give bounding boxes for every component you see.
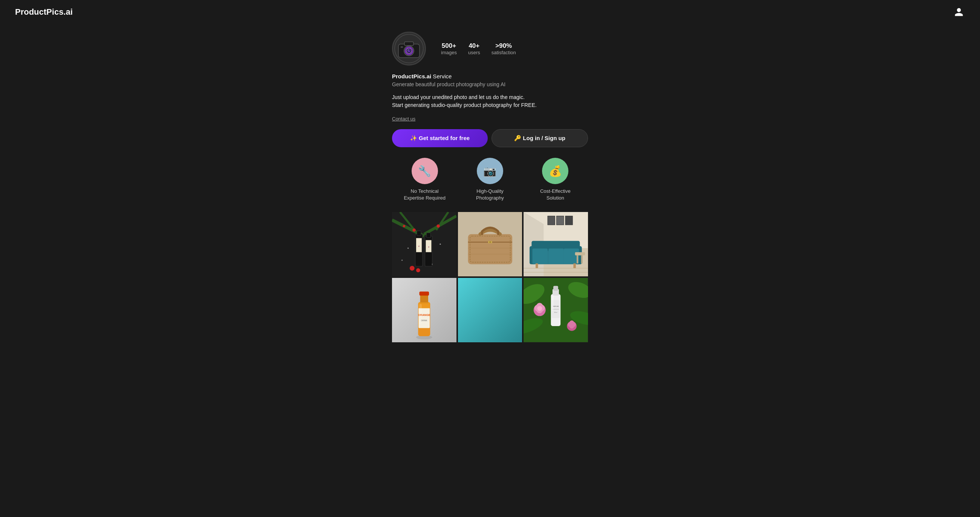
svg-rect-71 — [420, 304, 422, 324]
profile-type: Service — [431, 73, 452, 79]
app-header: ProductPics.ai — [0, 0, 980, 24]
header-logo: ProductPics.ai — [15, 7, 73, 17]
svg-point-28 — [432, 264, 433, 265]
profile-name: ProductPics.ai — [392, 73, 431, 79]
login-signup-button[interactable]: 🔑 Log in / Sign up — [492, 129, 588, 147]
svg-point-15 — [412, 228, 416, 232]
gallery-item-drink[interactable]: ORANGE DRINK — [392, 278, 457, 342]
profile-description: Generate beautiful product photography u… — [392, 81, 588, 87]
svg-text:🍷: 🍷 — [418, 245, 420, 248]
feature-no-expertise: 🔧 No Technical Expertise Required — [402, 158, 447, 201]
svg-point-16 — [436, 224, 440, 228]
svg-rect-44 — [557, 216, 564, 225]
profile-info: ProductPics.ai Service Generate beautifu… — [392, 73, 588, 87]
main-content: 500+ images 40+ users >90% satisfaction … — [385, 24, 595, 357]
svg-point-84 — [538, 306, 542, 311]
no-expertise-label: No Technical Expertise Required — [402, 188, 447, 201]
contact-link[interactable]: Contact us — [392, 116, 415, 122]
svg-rect-45 — [565, 216, 573, 225]
gallery-item-sofa[interactable] — [523, 212, 588, 276]
gallery-item-bag[interactable] — [458, 212, 522, 276]
feature-high-quality: 📷 High-Quality Photography — [468, 158, 512, 201]
svg-point-89 — [570, 324, 574, 329]
svg-rect-66 — [420, 292, 429, 296]
svg-point-30 — [410, 266, 415, 271]
stat-users: 40+ users — [468, 42, 480, 56]
svg-text:🍷: 🍷 — [428, 246, 430, 249]
svg-rect-51 — [549, 249, 564, 264]
feature-cost-effective: 💰 Cost-Effective Solution — [533, 158, 578, 201]
svg-rect-97 — [552, 295, 554, 311]
svg-rect-58 — [575, 252, 585, 256]
svg-rect-53 — [536, 263, 538, 268]
svg-point-8 — [408, 50, 409, 51]
bio-line-2: Start generating studio-quality product … — [392, 102, 537, 108]
svg-point-26 — [407, 248, 409, 249]
svg-rect-33 — [468, 234, 512, 264]
svg-rect-50 — [533, 249, 548, 264]
svg-text:DRINK: DRINK — [421, 319, 428, 322]
get-started-button[interactable]: ✨ Get started for free — [392, 129, 488, 147]
stat-satisfaction: >90% satisfaction — [492, 42, 516, 56]
svg-point-27 — [439, 244, 441, 245]
high-quality-label: High-Quality Photography — [468, 188, 512, 201]
svg-rect-54 — [574, 263, 576, 268]
svg-rect-73 — [458, 278, 522, 342]
svg-point-31 — [416, 268, 420, 273]
stats-container: 500+ images 40+ users >90% satisfaction — [441, 42, 516, 56]
profile-header: 500+ images 40+ users >90% satisfaction — [392, 32, 588, 65]
header-user-icon[interactable] — [953, 6, 965, 18]
svg-rect-2 — [404, 42, 414, 46]
gallery-item-bottles[interactable]: 🍷 🍷 — [392, 212, 457, 276]
svg-point-39 — [489, 241, 491, 243]
svg-rect-9 — [401, 46, 403, 48]
gallery-item-teal[interactable] — [458, 278, 522, 342]
bio-line-1: Just upload your unedited photo and let … — [392, 94, 525, 100]
features-row: 🔧 No Technical Expertise Required 📷 High… — [392, 158, 588, 201]
cta-buttons: ✨ Get started for free 🔑 Log in / Sign u… — [392, 129, 588, 147]
gallery-item-serum[interactable]: SERUM 30ml — [523, 278, 588, 342]
svg-rect-92 — [553, 286, 558, 291]
svg-text:30ml: 30ml — [554, 312, 557, 313]
svg-rect-19 — [417, 231, 421, 236]
svg-rect-23 — [427, 233, 431, 238]
cost-effective-label: Cost-Effective Solution — [533, 188, 578, 201]
svg-point-29 — [401, 260, 402, 261]
cost-effective-icon: 💰 — [542, 158, 568, 184]
svg-text:SERUM: SERUM — [553, 305, 559, 307]
svg-rect-60 — [581, 256, 583, 263]
stat-images: 500+ images — [441, 42, 457, 56]
profile-avatar — [392, 32, 426, 65]
svg-rect-59 — [577, 256, 578, 263]
profile-bio: Just upload your unedited photo and let … — [392, 94, 588, 109]
no-expertise-icon: 🔧 — [412, 158, 438, 184]
svg-point-17 — [403, 225, 405, 227]
high-quality-icon: 📷 — [477, 158, 503, 184]
svg-rect-43 — [548, 216, 555, 225]
gallery-grid: 🍷 🍷 — [392, 212, 588, 342]
